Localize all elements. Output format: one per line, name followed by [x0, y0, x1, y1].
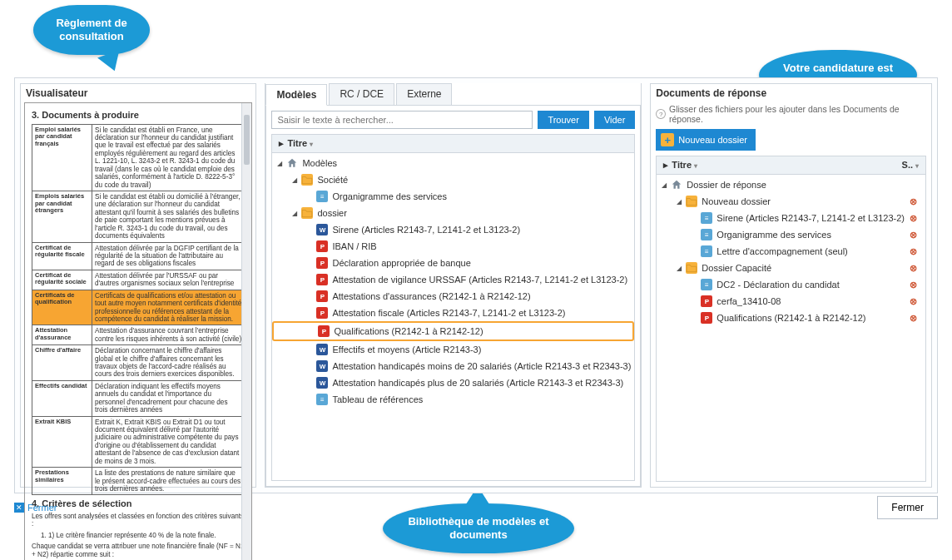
close-link[interactable]: ✕ Fermer	[14, 503, 57, 513]
delete-icon[interactable]: ⊗	[905, 263, 922, 274]
expand-toggle[interactable]	[690, 247, 698, 255]
tree-item[interactable]: PIBAN / RIB	[272, 238, 634, 255]
tree-item[interactable]: ≡Tableau de références	[272, 391, 634, 408]
tree-item[interactable]: ≡DC2 - Déclaration du candidat⊗	[657, 276, 925, 293]
expand-toggle[interactable]	[305, 395, 314, 404]
tree-item[interactable]: PQualifications (R2142-1 à R2142-12)	[272, 321, 634, 341]
word-icon: W	[316, 377, 328, 389]
word-icon: W	[316, 360, 328, 372]
tree-item[interactable]: WSirene (Articles R2143-7, L2141-2 et L3…	[272, 221, 634, 238]
viewer-title: Visualisateur	[21, 84, 255, 102]
tree-label: Sirene (Articles R2143-7, L2141-2 et L31…	[332, 225, 631, 235]
tree-item[interactable]: PAttestations d'assurances (R2142-1 à R2…	[272, 288, 634, 305]
delete-icon[interactable]: ⊗	[905, 280, 922, 290]
delete-icon[interactable]: ⊗	[905, 313, 922, 324]
expand-toggle[interactable]	[305, 379, 314, 387]
expand-toggle[interactable]	[305, 242, 314, 250]
tree-label: Qualifications (R2142-1 à R2142-12)	[334, 326, 629, 336]
home-icon	[286, 157, 298, 169]
response-panel: Documents de réponse ? Glisser des fichi…	[650, 83, 932, 488]
delete-icon[interactable]: ⊗	[905, 246, 922, 257]
expand-toggle[interactable]	[690, 297, 698, 305]
document-viewer[interactable]: 3. Documents à produire Emploi salariés …	[24, 102, 252, 560]
tree-item[interactable]: PDéclaration appropriée de banque	[272, 255, 634, 271]
tree-item[interactable]: Pcerfa_13410-08⊗	[657, 293, 925, 310]
search-input[interactable]	[271, 111, 533, 129]
home-icon	[671, 179, 682, 191]
pdf-icon: P	[316, 257, 328, 269]
tree-item[interactable]: ◢dossier	[272, 205, 634, 221]
expand-toggle[interactable]: ◢	[675, 197, 683, 206]
col-title[interactable]: ▸Titre	[272, 135, 634, 152]
expand-toggle[interactable]: ◢	[675, 264, 683, 272]
expand-toggle[interactable]	[305, 345, 314, 354]
tree-label: Attestations d'assurances (R2142-1 à R21…	[332, 291, 631, 301]
tree-item[interactable]: WAttestation handicapés plus de 20 salar…	[272, 374, 634, 391]
tab-modeles[interactable]: Modèles	[265, 84, 327, 106]
tree-label: Dossier Capacité	[702, 263, 905, 273]
expand-toggle[interactable]	[307, 327, 315, 335]
tree-item[interactable]: WAttestation handicapés moins de 20 sala…	[272, 358, 634, 374]
tree-label: Modèles	[302, 158, 631, 168]
expand-toggle[interactable]	[305, 362, 314, 370]
scrollbar[interactable]	[241, 103, 251, 560]
expand-toggle[interactable]	[690, 280, 698, 289]
callout-reglement: Règlement de consultation	[33, 5, 150, 55]
tree-item[interactable]: ◢Nouveau dossier⊗	[657, 193, 925, 210]
table-row: Extrait KBISExtrait K, Extrait KBIS ou E…	[32, 416, 245, 468]
main-shell: Visualisateur 3. Documents à produire Em…	[14, 77, 938, 493]
expand-toggle[interactable]: ◢	[290, 176, 299, 184]
tree-item[interactable]: ◢Dossier de réponse	[657, 176, 925, 193]
tree-item[interactable]: PQualifications (R2142-1 à R2142-12)⊗	[657, 310, 925, 326]
expand-toggle[interactable]	[305, 259, 314, 267]
expand-toggle[interactable]: ◢	[660, 181, 668, 189]
col-title[interactable]: ▸Titre	[657, 156, 895, 174]
viewer-panel: Visualisateur 3. Documents à produire Em…	[20, 83, 256, 488]
expand-toggle[interactable]: ◢	[290, 209, 299, 217]
tree-label: Attestation fiscale (Articles R2143-7, L…	[332, 308, 631, 318]
plus-icon: +	[661, 133, 674, 146]
close-button[interactable]: Fermer	[877, 496, 938, 519]
help-icon: ?	[656, 109, 666, 119]
doc-icon: ≡	[701, 212, 712, 224]
tree-item[interactable]: ◢Modèles	[272, 155, 634, 171]
expand-toggle[interactable]	[305, 292, 314, 300]
expand-toggle[interactable]	[305, 192, 314, 201]
expand-toggle[interactable]	[305, 309, 314, 317]
folder-icon	[301, 174, 313, 186]
expand-toggle[interactable]	[690, 230, 698, 239]
doc-icon: ≡	[701, 229, 712, 240]
tree-item[interactable]: ≡Lettre d'accompagnement (seul)⊗	[657, 243, 925, 260]
response-title: Documents de réponse	[651, 84, 931, 102]
delete-icon[interactable]: ⊗	[905, 296, 922, 307]
clear-button[interactable]: Vider	[594, 111, 635, 129]
tab-externe[interactable]: Externe	[396, 83, 452, 105]
find-button[interactable]: Trouver	[538, 111, 589, 129]
col-status[interactable]: S..	[895, 156, 925, 174]
tree-label: Déclaration appropriée de banque	[332, 258, 631, 268]
tree-label: dossier	[317, 208, 631, 218]
tree-item[interactable]: ≡Organigramme des services	[272, 188, 634, 205]
close-icon: ✕	[14, 503, 24, 513]
expand-toggle[interactable]	[690, 314, 698, 322]
tree-item[interactable]: ◢Dossier Capacité⊗	[657, 260, 925, 276]
delete-icon[interactable]: ⊗	[905, 230, 922, 240]
tree-label: Organigramme des services	[332, 191, 631, 201]
expand-toggle[interactable]	[690, 214, 698, 222]
tree-item[interactable]: WEffectifs et moyens (Article R2143-3)	[272, 341, 634, 358]
tree-item[interactable]: PAttestation de vigilance URSSAF (Articl…	[272, 271, 634, 288]
tree-item[interactable]: PAttestation fiscale (Articles R2143-7, …	[272, 305, 634, 321]
tree-item[interactable]: ≡Sirene (Articles R2143-7, L2141-2 et L3…	[657, 210, 925, 226]
tree-item[interactable]: ◢Société	[272, 171, 634, 188]
tree-item[interactable]: ≡Organigramme des services⊗	[657, 226, 925, 243]
drop-hint: ? Glisser des fichiers pour les ajouter …	[651, 102, 931, 129]
expand-toggle[interactable]	[305, 225, 314, 234]
expand-toggle[interactable]	[305, 275, 314, 284]
delete-icon[interactable]: ⊗	[905, 196, 922, 207]
delete-icon[interactable]: ⊗	[905, 213, 922, 224]
pdf-icon: P	[316, 274, 328, 285]
expand-toggle[interactable]: ◢	[275, 159, 284, 167]
table-row: Emploi salariés par candidat françaisSi …	[32, 124, 245, 191]
tab-rc-dce[interactable]: RC / DCE	[329, 83, 394, 105]
new-folder-button[interactable]: + Nouveau dossier	[656, 129, 756, 151]
